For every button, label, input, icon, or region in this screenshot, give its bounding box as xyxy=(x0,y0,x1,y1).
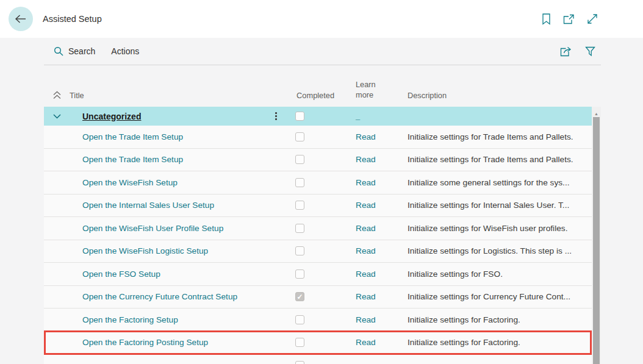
learn-more-line2: more xyxy=(356,90,395,100)
actions-menu-button[interactable]: Actions xyxy=(111,46,139,56)
toolbar-right xyxy=(560,46,601,57)
row-title-link[interactable]: Open the WiseFish User Profile Setup xyxy=(82,224,280,233)
row-title-link[interactable]: Open the FSO Setup xyxy=(82,269,280,279)
row-description: Initialize settings for Trade Items and … xyxy=(395,155,592,164)
row-completed-checkbox[interactable] xyxy=(295,224,304,233)
row-completed-checkbox[interactable] xyxy=(295,178,304,187)
row-description: Initialize settings for WiseFish user pr… xyxy=(395,224,592,233)
column-header-title[interactable]: Title xyxy=(70,91,280,100)
search-label: Search xyxy=(68,46,95,56)
header-icons xyxy=(542,13,598,25)
table-row[interactable]: Open the Factoring Setup Read Initialize… xyxy=(44,309,592,332)
row-read-link[interactable]: Read xyxy=(341,338,395,347)
back-button[interactable] xyxy=(9,7,33,31)
collapse-all-icon[interactable] xyxy=(44,90,70,100)
row-read-link[interactable]: Read xyxy=(341,201,395,210)
group-title-cell: Uncategorized xyxy=(70,110,280,122)
group-row-uncategorized[interactable]: Uncategorized _ xyxy=(44,107,592,126)
row-completed-checkbox[interactable] xyxy=(295,361,304,364)
row-description: Initialize settings for FSO. xyxy=(395,269,592,279)
expand-icon[interactable] xyxy=(587,13,598,24)
row-completed-checkbox[interactable] xyxy=(295,201,304,210)
group-learn-more: _ xyxy=(341,112,395,121)
table-row[interactable]: Open the Factoring Posting Setup Read In… xyxy=(44,332,592,355)
actions-label: Actions xyxy=(111,46,139,56)
row-title-link[interactable]: Open the WiseFish Setup xyxy=(82,178,280,187)
arrow-left-icon xyxy=(14,13,27,25)
table-row-partial xyxy=(44,354,592,364)
open-in-new-window-icon[interactable] xyxy=(563,14,575,24)
row-menu-icon[interactable] xyxy=(273,110,279,122)
row-title-link[interactable]: Open the Factoring Setup xyxy=(82,315,280,324)
table-row[interactable]: Open the Internal Sales User Setup Read … xyxy=(44,194,592,218)
row-completed-checkbox[interactable] xyxy=(295,155,304,164)
row-description: Initialize settings for Internal Sales U… xyxy=(395,201,592,210)
column-header-learn-more[interactable]: Learn more xyxy=(341,79,395,100)
learn-more-line1: Learn xyxy=(356,79,395,90)
table-row[interactable]: Open the Currency Future Contract Setup … xyxy=(44,286,592,309)
row-title-link[interactable]: Open the Internal Sales User Setup xyxy=(82,201,280,210)
row-read-link[interactable]: Read xyxy=(341,269,395,279)
app-header: Assisted Setup xyxy=(0,0,643,38)
search-button[interactable]: Search xyxy=(54,46,95,56)
chevron-down-icon[interactable] xyxy=(44,114,70,119)
content-panel: Search Actions xyxy=(44,38,601,364)
row-description: Initialize settings for Logistics. This … xyxy=(395,246,592,255)
search-icon xyxy=(54,46,63,56)
toolbar-left: Search Actions xyxy=(44,46,139,56)
table-row[interactable]: Open the WiseFish User Profile Setup Rea… xyxy=(44,217,592,240)
row-read-link[interactable]: Read xyxy=(341,155,395,164)
row-read-link[interactable]: Read xyxy=(341,132,395,141)
column-header-description[interactable]: Description xyxy=(395,91,592,100)
row-completed-checkbox[interactable] xyxy=(295,132,304,141)
row-read-link[interactable]: Read xyxy=(341,178,395,187)
table-row[interactable]: Open the FSO Setup Read Initialize setti… xyxy=(44,263,592,286)
row-description: Initialize some general settings for the… xyxy=(395,178,592,187)
table-row[interactable]: Open the WiseFish Setup Read Initialize … xyxy=(44,171,592,194)
row-description: Initialize settings for Factoring. xyxy=(395,338,592,347)
row-title-link[interactable]: Open the Currency Future Contract Setup xyxy=(82,292,280,301)
row-title-link[interactable]: Open the Trade Item Setup xyxy=(82,132,280,141)
bookmark-icon[interactable] xyxy=(542,13,551,25)
group-label[interactable]: Uncategorized xyxy=(82,112,141,121)
row-completed-checkbox[interactable] xyxy=(295,269,304,279)
row-description: Initialize settings for Currency Future … xyxy=(395,292,592,301)
filter-icon[interactable] xyxy=(585,46,595,57)
row-description: Initialize settings for Trade Items and … xyxy=(395,132,592,141)
table-row[interactable]: Open the WiseFish Logistic Setup Read In… xyxy=(44,240,592,263)
table-row[interactable]: Open the Trade Item Setup Read Initializ… xyxy=(44,149,592,172)
vertical-scrollbar[interactable]: ▲ xyxy=(592,107,601,364)
row-completed-checkbox[interactable] xyxy=(295,315,304,324)
row-completed-checkbox[interactable] xyxy=(295,292,304,301)
row-title-link[interactable]: Open the WiseFish Logistic Setup xyxy=(82,246,280,255)
table-row[interactable]: Open the Trade Item Setup Read Initializ… xyxy=(44,126,592,149)
row-title-link[interactable]: Open the Factoring Posting Setup xyxy=(82,338,280,347)
action-toolbar: Search Actions xyxy=(44,38,601,65)
row-read-link[interactable]: Read xyxy=(341,224,395,233)
group-completed-checkbox[interactable] xyxy=(295,112,304,121)
column-header-completed[interactable]: Completed xyxy=(280,91,341,100)
page-title: Assisted Setup xyxy=(43,14,102,24)
row-read-link[interactable]: Read xyxy=(341,292,395,301)
share-icon[interactable] xyxy=(560,46,572,57)
row-title-link[interactable]: Open the Trade Item Setup xyxy=(82,155,280,164)
row-read-link[interactable]: Read xyxy=(341,315,395,324)
scrollbar-thumb[interactable] xyxy=(593,117,600,364)
table-header: Title Completed Learn more Description xyxy=(44,65,592,107)
row-read-link[interactable]: Read xyxy=(341,246,395,255)
row-completed-checkbox[interactable] xyxy=(295,246,304,255)
table-body: Open the Trade Item Setup Read Initializ… xyxy=(44,126,601,354)
row-description: Initialize settings for Factoring. xyxy=(395,315,592,324)
row-completed-checkbox[interactable] xyxy=(295,338,304,347)
